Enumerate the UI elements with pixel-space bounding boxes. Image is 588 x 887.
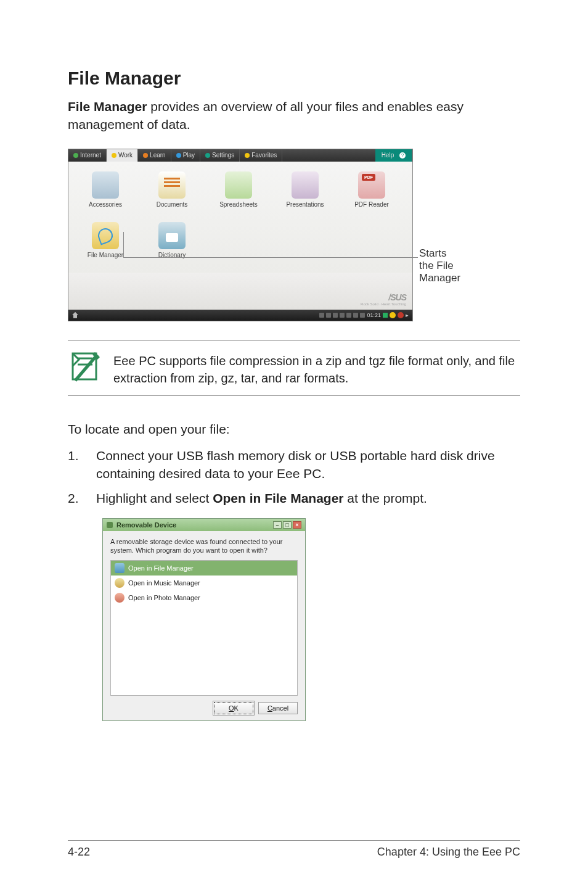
tray-icon[interactable] [319,313,324,318]
spreadsheets-icon [225,171,252,199]
dialog-title: Removable Device [116,521,176,529]
accessories-icon [92,171,119,199]
gear-icon [205,153,210,158]
tab-work[interactable]: Work [107,149,138,162]
tray-icon[interactable] [333,313,338,318]
globe-icon [73,153,78,158]
launcher-file-manager[interactable]: File Manager [72,218,139,269]
step-1: Connect your USB flash memory disk or US… [68,447,520,483]
launcher-dictionary[interactable]: Dictionary [139,218,205,269]
os-tab-bar: Internet Work Learn Play Settings Favori… [68,149,412,162]
tray-icon[interactable] [326,313,331,318]
subheading: To locate and open your file: [68,422,520,437]
note-text: Eee PC supports file compression in a zi… [113,350,520,387]
tab-play[interactable]: Play [171,149,200,162]
tray-arrow-icon[interactable]: ▸ [406,312,409,318]
launcher-accessories[interactable]: Accessories [72,168,139,218]
tray-icon[interactable] [346,313,351,318]
dialog-icon [107,522,113,528]
cap-icon [143,153,148,158]
launcher-grid: Accessories Documents Spreadsheets Prese… [68,162,412,273]
ok-button[interactable]: OK [214,702,253,714]
dialog-message: A removable storage device was found con… [103,531,305,560]
file-manager-icon [115,563,125,573]
os-footer: /SUS Rock Solid · Heart Touching [68,273,412,310]
launcher-spreadsheets[interactable]: Spreadsheets [205,168,272,218]
tray-status-icon[interactable] [383,313,388,318]
option-music-manager[interactable]: Open in Music Manager [111,576,297,590]
page-number: 4-22 [68,846,90,859]
tray-icon[interactable] [353,313,358,318]
steps-list: Connect your USB flash memory disk or US… [68,447,520,507]
star-icon [245,153,250,158]
option-photo-manager[interactable]: Open in Photo Manager [111,590,297,605]
cancel-button[interactable]: Cancel [258,702,298,714]
taskbar-clock: 01:21 [367,312,381,318]
tab-help[interactable]: Help ? [375,149,412,162]
os-taskbar: 01:21 ▸ [68,310,412,321]
note-box: Eee PC supports file compression in a zi… [68,340,520,396]
tray-icon[interactable] [360,313,365,318]
removable-device-dialog: Removable Device – □ × A removable stora… [102,518,306,721]
tab-favorites[interactable]: Favorites [240,149,282,162]
callout-label: Starts the File Manager [419,149,460,284]
tray-icon[interactable] [340,313,345,318]
dialog-program-list: Open in File Manager Open in Music Manag… [110,560,298,696]
tab-learn[interactable]: Learn [138,149,171,162]
chapter-title: Chapter 4: Using the Eee PC [377,846,520,859]
photo-manager-icon [115,593,125,603]
minimize-button[interactable]: – [273,521,282,529]
system-tray: 01:21 ▸ [319,312,409,318]
intro-lead: File Manager [68,99,147,113]
home-icon[interactable] [72,312,78,318]
close-button[interactable]: × [293,521,301,529]
launcher-pdf-reader[interactable]: PDF Reader [338,168,405,218]
page-heading: File Manager [68,68,520,89]
music-manager-icon [115,578,125,588]
help-icon: ? [399,152,406,159]
documents-icon [158,171,186,199]
tab-settings[interactable]: Settings [200,149,240,162]
tab-internet[interactable]: Internet [68,149,107,162]
play-icon [176,153,181,158]
dictionary-icon [158,222,186,249]
presentations-icon [292,171,319,199]
asus-logo: /SUS Rock Solid · Heart Touching [361,292,406,306]
launcher-presentations[interactable]: Presentations [272,168,338,218]
maximize-button[interactable]: □ [283,521,292,529]
note-icon [68,350,101,383]
folder-icon [112,153,116,158]
pdf-icon [358,171,385,199]
callout-connector [68,321,413,322]
intro-paragraph: File Manager provides an overview of all… [68,97,520,134]
step-2: Highlight and select Open in File Manage… [68,489,520,507]
tray-status-icon[interactable] [390,312,396,318]
os-screenshot: Internet Work Learn Play Settings Favori… [68,149,413,321]
option-file-manager[interactable]: Open in File Manager [111,561,297,576]
page-footer: 4-22 Chapter 4: Using the Eee PC [68,840,520,859]
dialog-titlebar: Removable Device – □ × [103,519,305,531]
file-manager-icon [92,222,119,249]
launcher-documents[interactable]: Documents [139,168,205,218]
tray-status-icon[interactable] [398,312,404,318]
